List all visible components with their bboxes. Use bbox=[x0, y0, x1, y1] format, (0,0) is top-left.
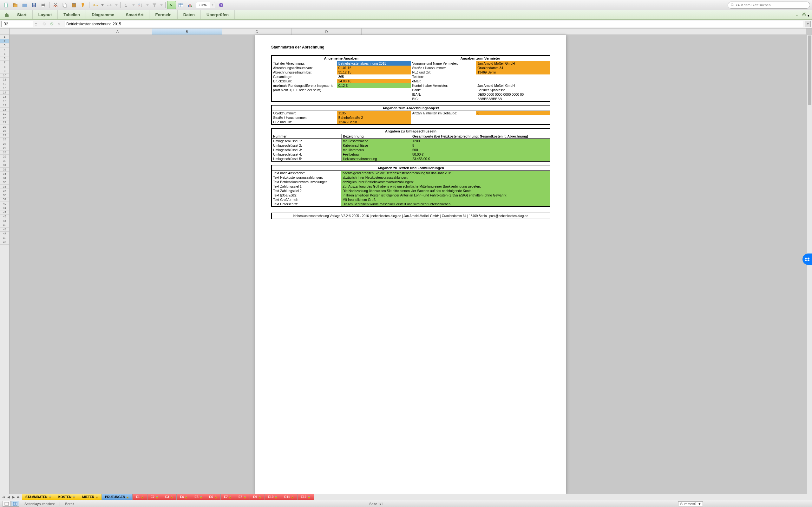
sheet-tab-PRÜFUNGEN[interactable]: PRÜFUNGEN🔒 bbox=[102, 494, 133, 500]
undo-icon[interactable] bbox=[91, 1, 100, 9]
row-39[interactable]: 39 bbox=[0, 198, 9, 202]
column-headers[interactable]: A B C D bbox=[9, 29, 806, 35]
chart-icon[interactable] bbox=[186, 1, 194, 9]
filter-dropdown-icon[interactable] bbox=[159, 1, 164, 9]
row-36[interactable]: 36 bbox=[0, 185, 9, 189]
dropbox-badge-icon[interactable] bbox=[803, 253, 812, 265]
sheet-tab-STAMMDATEN[interactable]: STAMMDATEN🔒 bbox=[22, 494, 55, 500]
zoom-control[interactable]: 87% bbox=[196, 2, 215, 8]
sheet-tab-MIETER[interactable]: MIETER🔒 bbox=[79, 494, 102, 500]
row-48[interactable]: 48 bbox=[0, 236, 9, 240]
open-icon[interactable] bbox=[11, 1, 20, 9]
sheet-tab-E5[interactable]: E5🔒 bbox=[191, 494, 206, 500]
row-38[interactable]: 38 bbox=[0, 193, 9, 198]
row-35[interactable]: 35 bbox=[0, 180, 9, 185]
row-16[interactable]: 16 bbox=[0, 99, 9, 104]
ribbon-tab-formeln[interactable]: Formeln bbox=[149, 10, 177, 19]
row-9[interactable]: 9 bbox=[0, 69, 9, 73]
row-19[interactable]: 19 bbox=[0, 112, 9, 116]
sheet-last-icon[interactable]: ⏭ bbox=[16, 495, 21, 499]
zoom-dropdown-icon[interactable] bbox=[210, 2, 215, 8]
sheet-tab-E7[interactable]: E7🔒 bbox=[221, 494, 235, 500]
copy-icon[interactable] bbox=[60, 1, 69, 9]
formula-input[interactable]: Betriebskostenabrechnung 2015 bbox=[64, 21, 803, 27]
row-40[interactable]: 40 bbox=[0, 202, 9, 206]
row-17[interactable]: 17 bbox=[0, 103, 9, 108]
ribbon-tab-layout[interactable]: Layout bbox=[33, 10, 58, 19]
sheet-first-icon[interactable]: ⏮ bbox=[1, 495, 6, 499]
sheet-tab-E8[interactable]: E8🔒 bbox=[235, 494, 250, 500]
row-3[interactable]: 3 bbox=[0, 43, 9, 48]
col-D[interactable]: D bbox=[292, 29, 362, 35]
row-22[interactable]: 22 bbox=[0, 125, 9, 129]
row-34[interactable]: 34 bbox=[0, 176, 9, 181]
home-icon[interactable] bbox=[2, 10, 11, 19]
row-13[interactable]: 13 bbox=[0, 86, 9, 91]
status-sum[interactable]: Summe=0▼ bbox=[678, 501, 703, 506]
row-12[interactable]: 12 bbox=[0, 82, 9, 87]
row-45[interactable]: 45 bbox=[0, 223, 9, 228]
row-14[interactable]: 14 bbox=[0, 91, 9, 95]
row-1[interactable]: 1 bbox=[0, 35, 9, 39]
sheet-tab-E11[interactable]: E11🔒 bbox=[281, 494, 298, 500]
fx-icon[interactable]: fx bbox=[167, 1, 176, 9]
autosum-dropdown-icon[interactable] bbox=[131, 1, 136, 9]
help-icon[interactable]: ? bbox=[217, 1, 225, 9]
search-box[interactable]: ▾ bbox=[728, 2, 810, 9]
row-11[interactable]: 11 bbox=[0, 78, 9, 82]
row-33[interactable]: 33 bbox=[0, 172, 9, 176]
ribbon-tab-smartart[interactable]: SmartArt bbox=[120, 10, 150, 19]
row-31[interactable]: 31 bbox=[0, 163, 9, 168]
row-24[interactable]: 24 bbox=[0, 133, 9, 138]
row-28[interactable]: 28 bbox=[0, 151, 9, 155]
search-input[interactable] bbox=[738, 3, 807, 7]
row-49[interactable]: 49 bbox=[0, 240, 9, 245]
accept-formula-icon[interactable] bbox=[49, 21, 55, 27]
undo-dropdown-icon[interactable] bbox=[100, 1, 105, 9]
row-5[interactable]: 5 bbox=[0, 52, 9, 56]
autosum-icon[interactable]: Σ bbox=[122, 1, 131, 9]
row-25[interactable]: 25 bbox=[0, 137, 9, 142]
sheet-tab-E1[interactable]: E1🔒 bbox=[133, 494, 147, 500]
print-icon[interactable] bbox=[39, 1, 48, 9]
row-30[interactable]: 30 bbox=[0, 159, 9, 164]
row-26[interactable]: 26 bbox=[0, 142, 9, 147]
row-41[interactable]: 41 bbox=[0, 206, 9, 210]
ribbon-tab-tabellen[interactable]: Tabellen bbox=[58, 10, 86, 19]
row-headers[interactable]: 1234567891011121314151617181920212223242… bbox=[0, 29, 9, 494]
row-10[interactable]: 10 bbox=[0, 73, 9, 78]
zoom-input[interactable]: 87% bbox=[196, 2, 210, 8]
name-box[interactable]: B2 bbox=[1, 21, 33, 27]
sheet-tab-E10[interactable]: E10🔒 bbox=[265, 494, 281, 500]
ribbon-gear-icon[interactable]: ▾ bbox=[802, 12, 809, 18]
row-8[interactable]: 8 bbox=[0, 65, 9, 69]
new-doc-icon[interactable] bbox=[2, 1, 11, 9]
row-47[interactable]: 47 bbox=[0, 232, 9, 236]
fx-mini-icon[interactable]: fx bbox=[56, 21, 62, 27]
row-37[interactable]: 37 bbox=[0, 189, 9, 193]
sheet-tab-KOSTEN[interactable]: KOSTEN🔒 bbox=[55, 494, 79, 500]
row-32[interactable]: 32 bbox=[0, 168, 9, 172]
row-29[interactable]: 29 bbox=[0, 155, 9, 159]
sheet-tab-E4[interactable]: E4🔒 bbox=[177, 494, 191, 500]
row-2[interactable]: 2 bbox=[0, 39, 9, 44]
sheet-tab-E2[interactable]: E2🔒 bbox=[148, 494, 162, 500]
ribbon-tab-überprüfen[interactable]: Überprüfen bbox=[201, 10, 235, 19]
sheet-tab-E6[interactable]: E6🔒 bbox=[206, 494, 221, 500]
format-painter-icon[interactable] bbox=[79, 1, 88, 9]
row-46[interactable]: 46 bbox=[0, 228, 9, 232]
sort-dropdown-icon[interactable] bbox=[145, 1, 150, 9]
row-20[interactable]: 20 bbox=[0, 116, 9, 121]
show-formulas-icon[interactable] bbox=[176, 1, 185, 9]
row-43[interactable]: 43 bbox=[0, 215, 9, 219]
cancel-formula-icon[interactable] bbox=[41, 21, 47, 27]
ribbon-tab-start[interactable]: Start bbox=[11, 10, 33, 19]
ribbon-collapse-icon[interactable]: ⌄ bbox=[796, 13, 798, 17]
redo-dropdown-icon[interactable] bbox=[114, 1, 119, 9]
col-B[interactable]: B bbox=[152, 29, 222, 35]
filter-icon[interactable] bbox=[150, 1, 159, 9]
ribbon-tab-diagramme[interactable]: Diagramme bbox=[86, 10, 120, 19]
ribbon-tab-daten[interactable]: Daten bbox=[177, 10, 201, 19]
row-42[interactable]: 42 bbox=[0, 210, 9, 215]
row-15[interactable]: 15 bbox=[0, 95, 9, 99]
